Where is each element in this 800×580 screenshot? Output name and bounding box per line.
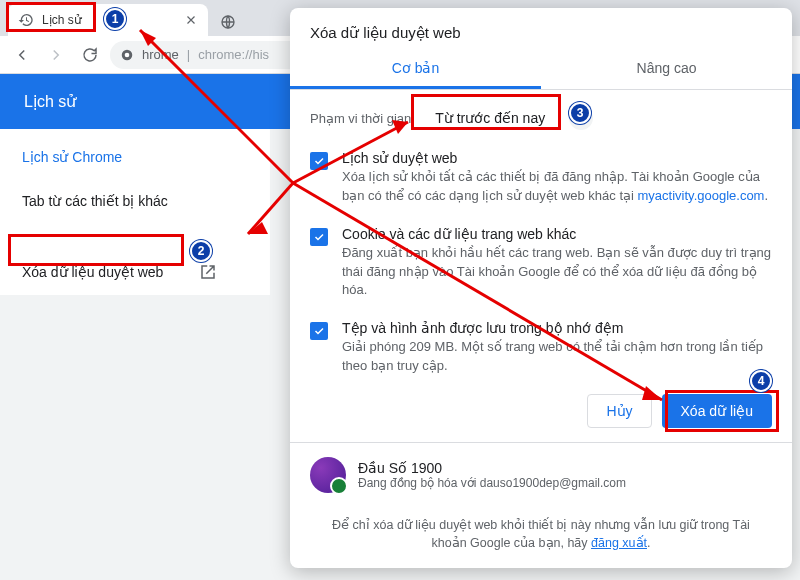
checkbox-checked-icon[interactable] — [310, 322, 328, 340]
option-browsing-history[interactable]: Lịch sử duyệt web Xóa lịch sử khỏi tất c… — [310, 150, 772, 206]
svg-point-2 — [125, 52, 130, 57]
opt2-title: Tệp và hình ảnh được lưu trong bộ nhớ đệ… — [342, 320, 772, 336]
opt0-title: Lịch sử duyệt web — [342, 150, 772, 166]
dialog-tabs: Cơ bản Nâng cao — [290, 50, 792, 90]
sidebar-clear-label: Xóa dữ liệu duyệt web — [22, 264, 163, 280]
globe-icon — [220, 14, 236, 30]
tab-title: Lịch sử — [42, 13, 82, 27]
omnibox-host: hrome — [142, 47, 179, 62]
account-email: dauso1900dep@gmail.com — [480, 476, 626, 490]
dialog-body: Phạm vi thời gian Từ trước đến nay Lịch … — [290, 90, 792, 388]
tab-basic[interactable]: Cơ bản — [290, 50, 541, 89]
close-icon[interactable] — [184, 13, 198, 27]
opt1-desc: Đăng xuất bạn khỏi hầu hết các trang web… — [342, 245, 771, 298]
range-value: Từ trước đến nay — [435, 110, 545, 126]
option-cache[interactable]: Tệp và hình ảnh được lưu trong bộ nhớ đệ… — [310, 320, 772, 376]
opt1-title: Cookie và các dữ liệu trang web khác — [342, 226, 772, 242]
opt2-desc: Giải phóng 209 MB. Một số trang web có t… — [342, 339, 763, 373]
account-name: Đầu Số 1900 — [358, 460, 626, 476]
option-cookies[interactable]: Cookie và các dữ liệu trang web khác Đăn… — [310, 226, 772, 301]
back-button[interactable] — [8, 41, 36, 69]
chevron-down-icon[interactable] — [569, 106, 593, 130]
tab-advanced[interactable]: Nâng cao — [541, 50, 792, 89]
avatar — [310, 457, 346, 493]
external-link-icon — [199, 263, 217, 281]
range-label: Phạm vi thời gian — [310, 111, 411, 126]
myactivity-link[interactable]: myactivity.google.com — [638, 188, 765, 203]
checkbox-checked-icon[interactable] — [310, 228, 328, 246]
cancel-button[interactable]: Hủy — [587, 394, 651, 428]
browser-tab[interactable]: Lịch sử — [8, 4, 208, 36]
new-tab-button[interactable] — [214, 8, 242, 36]
dialog-footer: Để chỉ xóa dữ liệu duyệt web khỏi thiết … — [290, 507, 792, 568]
forward-button[interactable] — [42, 41, 70, 69]
history-icon — [18, 12, 34, 28]
checkbox-checked-icon[interactable] — [310, 152, 328, 170]
sidebar-clear-data[interactable]: Xóa dữ liệu duyệt web — [0, 249, 270, 295]
history-sidebar: Lịch sử Chrome Tab từ các thiết bị khác … — [0, 129, 270, 295]
sync-account-row: Đầu Số 1900 Đang đồng bộ hóa với dauso19… — [290, 442, 792, 507]
sign-out-link[interactable]: đăng xuất — [591, 536, 647, 550]
omnibox-path: chrome://his — [198, 47, 269, 62]
time-range-select[interactable]: Từ trước đến nay — [421, 104, 559, 132]
chrome-icon — [120, 48, 134, 62]
reload-button[interactable] — [76, 41, 104, 69]
sidebar-item-chrome-history[interactable]: Lịch sử Chrome — [0, 135, 270, 179]
dialog-actions: Hủy Xóa dữ liệu — [290, 388, 792, 442]
sidebar-item-other-devices[interactable]: Tab từ các thiết bị khác — [0, 179, 270, 223]
clear-data-dialog: Xóa dữ liệu duyệt web Cơ bản Nâng cao Ph… — [290, 8, 792, 568]
dialog-title: Xóa dữ liệu duyệt web — [290, 8, 792, 50]
clear-data-button[interactable]: Xóa dữ liệu — [662, 394, 772, 428]
